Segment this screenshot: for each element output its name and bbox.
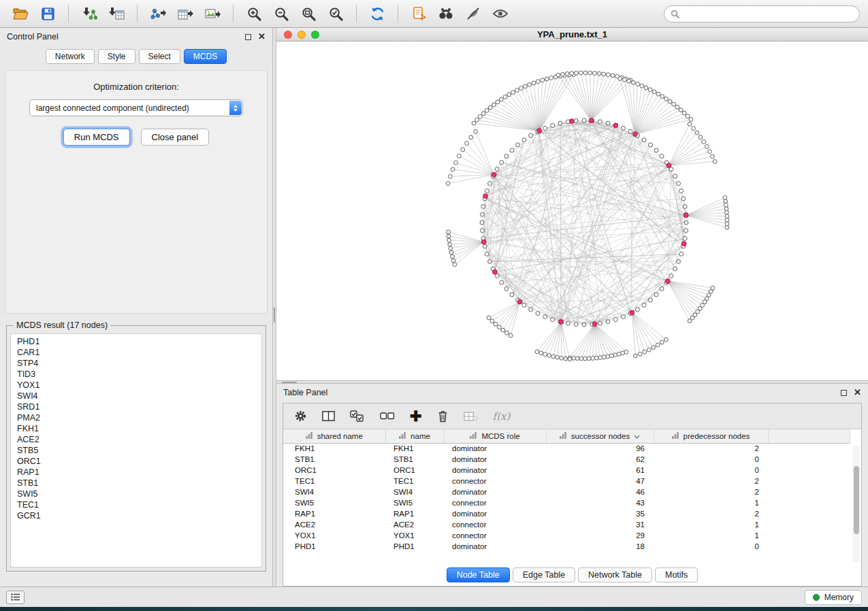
network-window-titlebar[interactable]: YPA_prune.txt_1 [276, 28, 868, 42]
network-node[interactable] [660, 340, 664, 344]
network-node[interactable] [587, 357, 591, 361]
network-node[interactable] [485, 252, 489, 256]
clone-network-button[interactable] [406, 3, 431, 24]
network-node[interactable] [500, 161, 504, 165]
network-node[interactable] [541, 78, 545, 82]
network-canvas[interactable] [276, 42, 868, 380]
network-node-dominator[interactable] [537, 129, 542, 133]
network-graph[interactable] [276, 42, 868, 380]
network-node[interactable] [679, 252, 684, 256]
network-node[interactable] [621, 351, 625, 355]
network-node[interactable] [689, 118, 693, 122]
network-node[interactable] [551, 318, 555, 322]
network-node[interactable] [660, 154, 664, 159]
network-node[interactable] [551, 354, 556, 359]
network-node[interactable] [457, 154, 461, 158]
network-node[interactable] [475, 118, 479, 122]
network-node[interactable] [642, 303, 646, 307]
export-image-button[interactable] [200, 3, 225, 24]
close-panel-icon[interactable]: ✕ [258, 33, 266, 40]
network-node-dominator[interactable] [592, 322, 597, 327]
control-tab-network[interactable]: Network [46, 49, 95, 64]
open-file-button[interactable] [8, 3, 33, 24]
table-row[interactable]: TEC1TEC1connector472 [283, 476, 850, 486]
network-node[interactable] [606, 354, 610, 359]
network-node[interactable] [543, 315, 547, 319]
network-node[interactable] [672, 102, 676, 106]
network-node[interactable] [481, 112, 485, 116]
network-node[interactable] [606, 73, 610, 77]
network-node[interactable] [598, 356, 602, 360]
network-node[interactable] [618, 77, 622, 81]
table-tab-node-table[interactable]: Node Table [447, 567, 510, 582]
network-node[interactable] [536, 312, 540, 316]
network-node[interactable] [652, 346, 656, 350]
network-node[interactable] [579, 71, 583, 75]
network-node[interactable] [490, 319, 494, 323]
network-node[interactable] [451, 259, 455, 263]
network-node[interactable] [495, 167, 499, 171]
run-mcds-button[interactable]: Run MCDS [63, 129, 130, 146]
network-node[interactable] [668, 99, 672, 103]
network-node[interactable] [446, 182, 450, 186]
network-node[interactable] [450, 254, 454, 259]
network-node[interactable] [656, 343, 660, 347]
network-node[interactable] [677, 182, 681, 186]
network-node[interactable] [648, 298, 652, 302]
mcds-result-item[interactable]: GCR1 [11, 510, 261, 521]
network-node[interactable] [480, 220, 484, 225]
network-node[interactable] [673, 267, 677, 271]
network-node[interactable] [543, 126, 547, 130]
network-node[interactable] [679, 108, 683, 112]
network-node[interactable] [656, 92, 660, 96]
network-node[interactable] [582, 118, 586, 122]
network-node[interactable] [564, 357, 568, 361]
network-node[interactable] [449, 246, 453, 250]
network-node[interactable] [648, 88, 652, 92]
network-node[interactable] [478, 115, 482, 119]
network-node[interactable] [613, 318, 617, 322]
network-node[interactable] [631, 80, 635, 84]
network-node[interactable] [660, 95, 664, 99]
network-node[interactable] [648, 143, 652, 147]
network-node[interactable] [642, 138, 646, 142]
network-node[interactable] [611, 73, 615, 78]
network-node[interactable] [664, 97, 669, 101]
delete-column-button[interactable] [437, 410, 449, 423]
network-node[interactable] [547, 353, 551, 357]
network-node[interactable] [511, 90, 515, 95]
mcds-result-item[interactable]: SRD1 [11, 401, 261, 412]
network-node[interactable] [499, 97, 503, 101]
network-node[interactable] [536, 80, 540, 84]
network-node[interactable] [447, 234, 451, 238]
network-node[interactable] [528, 82, 532, 86]
network-node[interactable] [487, 259, 492, 263]
network-node-dominator[interactable] [681, 242, 686, 246]
network-node-dominator[interactable] [559, 320, 564, 325]
float-panel-icon[interactable] [245, 34, 251, 40]
network-node[interactable] [652, 90, 656, 94]
network-node[interactable] [679, 189, 684, 193]
network-node[interactable] [613, 353, 617, 357]
network-node[interactable] [606, 320, 610, 324]
network-node[interactable] [724, 207, 728, 211]
network-node[interactable] [711, 154, 715, 159]
network-node[interactable] [575, 71, 579, 75]
network-node[interactable] [497, 325, 501, 329]
control-tab-mcds[interactable]: MCDS [184, 49, 227, 64]
network-node[interactable] [480, 212, 484, 216]
table-row[interactable]: ACE2ACE2connector311 [283, 519, 850, 530]
float-panel-icon[interactable] [841, 390, 847, 396]
close-panel-icon[interactable]: ✕ [854, 389, 861, 396]
network-node[interactable] [451, 167, 455, 171]
sort-chevron-icon[interactable] [634, 432, 640, 440]
network-node[interactable] [725, 225, 729, 229]
network-node-dominator[interactable] [481, 240, 486, 244]
network-node[interactable] [496, 100, 500, 104]
network-node[interactable] [698, 135, 703, 139]
network-node[interactable] [677, 259, 681, 263]
table-scrollbar[interactable] [852, 445, 860, 563]
search-input[interactable] [684, 9, 853, 18]
table-row[interactable]: STB1STB1dominator620 [283, 454, 850, 465]
table-row[interactable]: FKH1FKH1dominator962 [283, 443, 850, 454]
